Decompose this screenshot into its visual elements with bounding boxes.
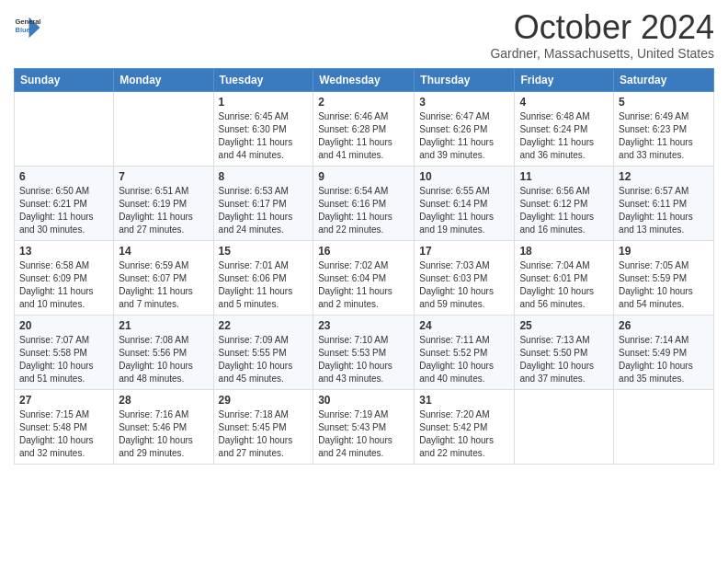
calendar-day-cell: 27Sunrise: 7:15 AMSunset: 5:48 PMDayligh… <box>15 389 114 464</box>
day-info: Sunrise: 7:03 AMSunset: 6:03 PMDaylight:… <box>419 259 509 311</box>
day-number: 28 <box>119 394 208 407</box>
day-number: 2 <box>318 96 409 109</box>
day-number: 15 <box>219 245 309 258</box>
day-info: Sunrise: 7:09 AMSunset: 5:55 PMDaylight:… <box>219 334 309 385</box>
day-info: Sunrise: 7:10 AMSunset: 5:53 PMDaylight:… <box>318 334 409 385</box>
calendar-day-cell: 29Sunrise: 7:18 AMSunset: 5:45 PMDayligh… <box>213 389 313 464</box>
calendar-week-row: 6Sunrise: 6:50 AMSunset: 6:21 PMDaylight… <box>15 166 714 240</box>
day-number: 17 <box>419 245 509 258</box>
day-info: Sunrise: 6:57 AMSunset: 6:11 PMDaylight:… <box>619 185 709 236</box>
calendar-week-row: 20Sunrise: 7:07 AMSunset: 5:58 PMDayligh… <box>15 315 714 389</box>
day-number: 30 <box>318 394 409 407</box>
day-info: Sunrise: 7:08 AMSunset: 5:56 PMDaylight:… <box>119 334 208 385</box>
header-sunday: Sunday <box>15 68 114 91</box>
calendar-day-cell: 18Sunrise: 7:04 AMSunset: 6:01 PMDayligh… <box>515 240 614 315</box>
day-number: 22 <box>219 319 309 332</box>
day-number: 5 <box>619 96 709 109</box>
day-number: 25 <box>519 319 609 332</box>
day-info: Sunrise: 7:07 AMSunset: 5:58 PMDaylight:… <box>19 334 108 385</box>
day-number: 18 <box>519 245 609 258</box>
header-thursday: Thursday <box>415 68 515 91</box>
header-saturday: Saturday <box>614 68 714 91</box>
day-info: Sunrise: 6:53 AMSunset: 6:17 PMDaylight:… <box>219 185 309 236</box>
calendar-day-cell: 21Sunrise: 7:08 AMSunset: 5:56 PMDayligh… <box>114 315 213 389</box>
day-info: Sunrise: 6:56 AMSunset: 6:12 PMDaylight:… <box>519 185 609 236</box>
calendar-day-cell <box>114 91 213 166</box>
calendar-day-cell <box>614 389 714 464</box>
day-number: 4 <box>519 96 609 109</box>
day-number: 20 <box>19 319 108 332</box>
page: General Blue October 2024 Gardner, Massa… <box>0 0 728 563</box>
location-title: Gardner, Massachusetts, United States <box>490 46 714 61</box>
logo-icon: General Blue <box>14 14 41 41</box>
calendar-day-cell <box>15 91 114 166</box>
calendar-day-cell: 20Sunrise: 7:07 AMSunset: 5:58 PMDayligh… <box>15 315 114 389</box>
calendar-day-cell: 11Sunrise: 6:56 AMSunset: 6:12 PMDayligh… <box>515 166 614 240</box>
day-number: 7 <box>119 170 208 183</box>
day-info: Sunrise: 6:47 AMSunset: 6:26 PMDaylight:… <box>419 110 509 162</box>
calendar-day-cell: 7Sunrise: 6:51 AMSunset: 6:19 PMDaylight… <box>114 166 213 240</box>
day-number: 19 <box>619 245 709 258</box>
day-number: 14 <box>119 245 208 258</box>
day-info: Sunrise: 6:50 AMSunset: 6:21 PMDaylight:… <box>19 185 108 236</box>
day-info: Sunrise: 6:55 AMSunset: 6:14 PMDaylight:… <box>419 185 509 236</box>
calendar-day-cell: 1Sunrise: 6:45 AMSunset: 6:30 PMDaylight… <box>213 91 313 166</box>
day-info: Sunrise: 7:20 AMSunset: 5:42 PMDaylight:… <box>419 408 509 460</box>
day-info: Sunrise: 7:18 AMSunset: 5:45 PMDaylight:… <box>219 408 309 460</box>
day-number: 16 <box>318 245 409 258</box>
calendar-day-cell: 8Sunrise: 6:53 AMSunset: 6:17 PMDaylight… <box>213 166 313 240</box>
calendar-week-row: 1Sunrise: 6:45 AMSunset: 6:30 PMDaylight… <box>15 91 714 166</box>
day-number: 27 <box>19 394 108 407</box>
calendar-day-cell: 16Sunrise: 7:02 AMSunset: 6:04 PMDayligh… <box>313 240 415 315</box>
calendar-day-cell: 12Sunrise: 6:57 AMSunset: 6:11 PMDayligh… <box>614 166 714 240</box>
calendar-day-cell: 25Sunrise: 7:13 AMSunset: 5:50 PMDayligh… <box>515 315 614 389</box>
day-info: Sunrise: 6:48 AMSunset: 6:24 PMDaylight:… <box>519 110 609 162</box>
day-number: 9 <box>318 170 409 183</box>
month-title: October 2024 <box>490 9 714 46</box>
header-friday: Friday <box>515 68 614 91</box>
day-info: Sunrise: 7:16 AMSunset: 5:46 PMDaylight:… <box>119 408 208 460</box>
header-monday: Monday <box>114 68 213 91</box>
day-info: Sunrise: 6:59 AMSunset: 6:07 PMDaylight:… <box>119 259 208 311</box>
calendar-day-cell: 26Sunrise: 7:14 AMSunset: 5:49 PMDayligh… <box>614 315 714 389</box>
day-info: Sunrise: 6:51 AMSunset: 6:19 PMDaylight:… <box>119 185 208 236</box>
day-number: 23 <box>318 319 409 332</box>
day-number: 8 <box>219 170 309 183</box>
calendar-day-cell: 19Sunrise: 7:05 AMSunset: 5:59 PMDayligh… <box>614 240 714 315</box>
calendar-day-cell: 24Sunrise: 7:11 AMSunset: 5:52 PMDayligh… <box>415 315 515 389</box>
day-info: Sunrise: 7:04 AMSunset: 6:01 PMDaylight:… <box>519 259 609 311</box>
calendar-day-cell: 10Sunrise: 6:55 AMSunset: 6:14 PMDayligh… <box>415 166 515 240</box>
svg-text:Blue: Blue <box>16 26 30 34</box>
weekday-header-row: Sunday Monday Tuesday Wednesday Thursday… <box>15 68 714 91</box>
day-info: Sunrise: 7:05 AMSunset: 5:59 PMDaylight:… <box>619 259 709 311</box>
day-info: Sunrise: 7:01 AMSunset: 6:06 PMDaylight:… <box>219 259 309 311</box>
day-info: Sunrise: 7:15 AMSunset: 5:48 PMDaylight:… <box>19 408 108 460</box>
day-number: 10 <box>419 170 509 183</box>
calendar-day-cell: 17Sunrise: 7:03 AMSunset: 6:03 PMDayligh… <box>415 240 515 315</box>
day-info: Sunrise: 7:11 AMSunset: 5:52 PMDaylight:… <box>419 334 509 385</box>
day-info: Sunrise: 6:58 AMSunset: 6:09 PMDaylight:… <box>19 259 108 311</box>
day-number: 24 <box>419 319 509 332</box>
calendar-day-cell: 9Sunrise: 6:54 AMSunset: 6:16 PMDaylight… <box>313 166 415 240</box>
header-wednesday: Wednesday <box>313 68 415 91</box>
header: General Blue October 2024 Gardner, Massa… <box>14 9 714 61</box>
calendar-day-cell <box>515 389 614 464</box>
calendar-day-cell: 23Sunrise: 7:10 AMSunset: 5:53 PMDayligh… <box>313 315 415 389</box>
day-info: Sunrise: 7:14 AMSunset: 5:49 PMDaylight:… <box>619 334 709 385</box>
day-number: 3 <box>419 96 509 109</box>
header-tuesday: Tuesday <box>213 68 313 91</box>
calendar-day-cell: 2Sunrise: 6:46 AMSunset: 6:28 PMDaylight… <box>313 91 415 166</box>
day-number: 6 <box>19 170 108 183</box>
svg-text:General: General <box>16 17 41 26</box>
calendar-day-cell: 30Sunrise: 7:19 AMSunset: 5:43 PMDayligh… <box>313 389 415 464</box>
calendar-day-cell: 14Sunrise: 6:59 AMSunset: 6:07 PMDayligh… <box>114 240 213 315</box>
day-info: Sunrise: 6:54 AMSunset: 6:16 PMDaylight:… <box>318 185 409 236</box>
day-info: Sunrise: 6:49 AMSunset: 6:23 PMDaylight:… <box>619 110 709 162</box>
calendar-table: Sunday Monday Tuesday Wednesday Thursday… <box>14 68 714 465</box>
day-info: Sunrise: 7:19 AMSunset: 5:43 PMDaylight:… <box>318 408 409 460</box>
day-number: 12 <box>619 170 709 183</box>
calendar-week-row: 13Sunrise: 6:58 AMSunset: 6:09 PMDayligh… <box>15 240 714 315</box>
calendar-week-row: 27Sunrise: 7:15 AMSunset: 5:48 PMDayligh… <box>15 389 714 464</box>
day-number: 11 <box>519 170 609 183</box>
calendar-day-cell: 28Sunrise: 7:16 AMSunset: 5:46 PMDayligh… <box>114 389 213 464</box>
